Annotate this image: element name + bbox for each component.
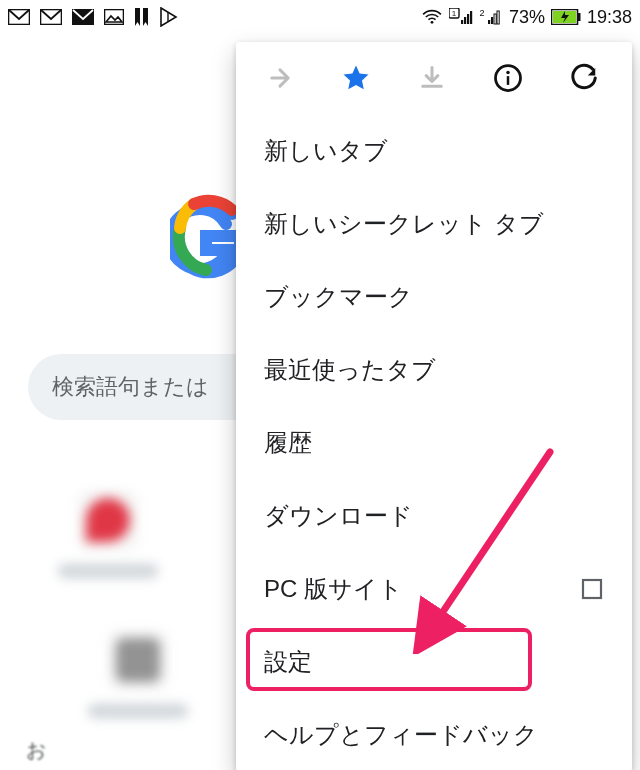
- svg-point-5: [430, 21, 433, 24]
- menu-item[interactable]: PC 版サイト: [236, 552, 632, 625]
- shortcut-item[interactable]: [28, 464, 188, 604]
- checkbox-icon[interactable]: [580, 577, 604, 601]
- menu-item[interactable]: 新しいタブ: [236, 114, 632, 187]
- svg-rect-13: [488, 20, 490, 24]
- bottom-hint: お: [26, 737, 46, 764]
- svg-text:2: 2: [479, 8, 484, 18]
- menu-icon-row: [236, 42, 632, 114]
- svg-rect-14: [491, 17, 493, 24]
- wifi-icon: [421, 9, 443, 25]
- gmail-filled-icon: [72, 9, 94, 25]
- overflow-menu: 新しいタブ新しいシークレット タブブックマーク最近使ったタブ履歴ダウンロードPC…: [236, 42, 632, 770]
- menu-item[interactable]: 最近使ったタブ: [236, 333, 632, 406]
- status-bar: 1 2 73% 19:38: [0, 0, 640, 34]
- svg-rect-9: [464, 17, 466, 24]
- menu-item-label: ヘルプとフィードバック: [264, 719, 538, 751]
- menu-item[interactable]: 履歴: [236, 406, 632, 479]
- battery-charging-icon: [551, 9, 581, 25]
- play-icon: [160, 7, 178, 27]
- gmail-icon: [8, 9, 30, 25]
- menu-item[interactable]: ダウンロード: [236, 479, 632, 552]
- menu-item-label: 設定: [264, 646, 312, 678]
- svg-rect-8: [461, 20, 463, 24]
- svg-rect-10: [467, 14, 469, 24]
- bookmark-star-button[interactable]: [334, 56, 378, 100]
- menu-item-label: ブックマーク: [264, 281, 413, 313]
- svg-rect-23: [583, 580, 601, 598]
- menu-item[interactable]: ブックマーク: [236, 260, 632, 333]
- menu-item[interactable]: 新しいシークレット タブ: [236, 187, 632, 260]
- shortcut-item[interactable]: [58, 604, 218, 744]
- menu-item-label: 新しいシークレット タブ: [264, 208, 544, 240]
- forward-button[interactable]: [258, 56, 302, 100]
- status-right: 1 2 73% 19:38: [421, 7, 632, 28]
- menu-item-label: ダウンロード: [264, 500, 413, 532]
- menu-item[interactable]: 設定: [236, 625, 632, 698]
- menu-item-label: PC 版サイト: [264, 573, 403, 605]
- bookmark-icon: [134, 8, 150, 26]
- menu-item-label: 履歴: [264, 427, 312, 459]
- battery-text: 73%: [509, 7, 545, 28]
- svg-rect-18: [578, 13, 581, 21]
- svg-rect-11: [470, 11, 472, 24]
- signal-2-icon: 2: [479, 8, 503, 26]
- clock-text: 19:38: [587, 7, 632, 28]
- svg-rect-22: [507, 76, 510, 85]
- svg-point-21: [506, 71, 510, 75]
- svg-text:1: 1: [452, 9, 457, 18]
- download-button[interactable]: [410, 56, 454, 100]
- svg-rect-15: [494, 14, 496, 24]
- status-left: [8, 7, 178, 27]
- menu-list: 新しいタブ新しいシークレット タブブックマーク最近使ったタブ履歴ダウンロードPC…: [236, 114, 632, 770]
- svg-rect-16: [497, 11, 499, 24]
- reload-button[interactable]: [562, 56, 606, 100]
- menu-item-label: 新しいタブ: [264, 135, 388, 167]
- info-button[interactable]: [486, 56, 530, 100]
- signal-1-icon: 1: [449, 8, 473, 26]
- gmail-icon: [40, 9, 62, 25]
- menu-item[interactable]: ヘルプとフィードバック: [236, 698, 632, 770]
- menu-item-label: 最近使ったタブ: [264, 354, 436, 386]
- image-icon: [104, 9, 124, 25]
- search-placeholder: 検索語句または: [52, 372, 209, 402]
